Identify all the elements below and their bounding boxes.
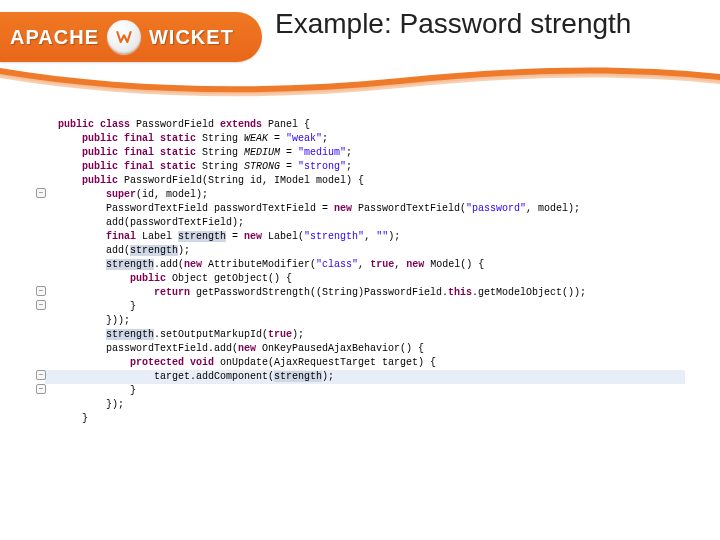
code-line: public final static String WEAK = "weak"… bbox=[58, 132, 720, 146]
code-line: PasswordTextField passwordTextField = ne… bbox=[58, 202, 720, 216]
code-line: protected void onUpdate(AjaxRequestTarge… bbox=[58, 356, 720, 370]
code-line: public final static String MEDIUM = "med… bbox=[58, 146, 720, 160]
code-line: target.addComponent(strength); bbox=[58, 370, 720, 384]
code-line: final Label strength = new Label("streng… bbox=[58, 230, 720, 244]
code-line: strength.add(new AttributeModifier("clas… bbox=[58, 258, 720, 272]
code-line: strength.setOutputMarkupId(true); bbox=[58, 328, 720, 342]
code-line: })); bbox=[58, 314, 720, 328]
code-line: public final static String STRONG = "str… bbox=[58, 160, 720, 174]
slide-title: Example: Password strength bbox=[275, 8, 631, 40]
wicket-icon bbox=[107, 20, 141, 54]
code-line: public class PasswordField extends Panel… bbox=[58, 118, 720, 132]
code-line: public PasswordField(String id, IModel m… bbox=[58, 174, 720, 188]
code-line: add(passwordTextField); bbox=[58, 216, 720, 230]
code-line: } bbox=[58, 300, 720, 314]
code-line: public Object getObject() { bbox=[58, 272, 720, 286]
code-editor: public class PasswordField extends Panel… bbox=[0, 118, 720, 426]
code-line: }); bbox=[58, 398, 720, 412]
slide-header: APACHE WICKET Example: Password strength bbox=[0, 0, 720, 95]
header-wave bbox=[0, 60, 720, 100]
brand-text-left: APACHE bbox=[10, 26, 99, 49]
brand-logo: APACHE WICKET bbox=[0, 12, 262, 62]
brand-text-right: WICKET bbox=[149, 26, 234, 49]
code-line: } bbox=[58, 412, 720, 426]
code-line: } bbox=[58, 384, 720, 398]
code-line: super(id, model); bbox=[58, 188, 720, 202]
code-line: return getPasswordStrength((String)Passw… bbox=[58, 286, 720, 300]
code-line: passwordTextField.add(new OnKeyPausedAja… bbox=[58, 342, 720, 356]
code-line: add(strength); bbox=[58, 244, 720, 258]
